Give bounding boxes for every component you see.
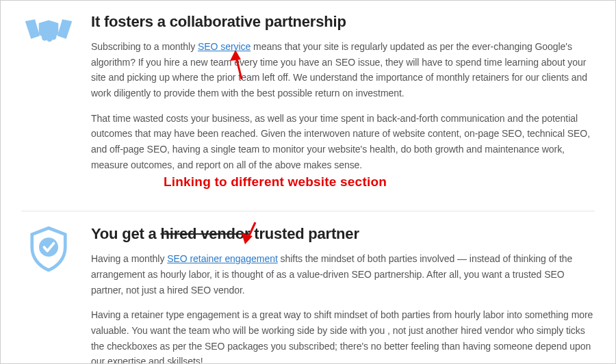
svg-point-9 bbox=[39, 238, 58, 257]
text-fragment: Having a monthly bbox=[91, 253, 167, 264]
annotation-label: Linking to different website section bbox=[164, 174, 387, 190]
svg-point-4 bbox=[51, 34, 57, 40]
text-fragment: Subscribing to a monthly bbox=[91, 41, 198, 52]
svg-marker-0 bbox=[25, 19, 40, 39]
section-heading: It fosters a collaborative partnership bbox=[91, 13, 595, 31]
section-paragraph: Subscribing to a monthly SEO service mea… bbox=[91, 39, 595, 101]
content-column: You get a hired vendor trusted partner H… bbox=[91, 225, 595, 364]
icon-column bbox=[21, 225, 76, 274]
seo-service-link[interactable]: SEO service bbox=[198, 41, 251, 52]
section-heading: You get a hired vendor trusted partner bbox=[91, 225, 595, 243]
shield-check-icon bbox=[29, 226, 68, 274]
seo-retainer-link[interactable]: SEO retainer engagement bbox=[167, 253, 278, 264]
section-divider bbox=[21, 211, 595, 211]
icon-column bbox=[21, 13, 76, 51]
section-collaborative: It fosters a collaborative partnership S… bbox=[21, 13, 595, 182]
handshake-icon bbox=[23, 14, 74, 51]
heading-fragment: trusted partner bbox=[250, 225, 359, 242]
section-paragraph: Having a monthly SEO retainer engagement… bbox=[91, 251, 595, 298]
heading-fragment: You get a bbox=[91, 225, 161, 242]
svg-marker-1 bbox=[57, 19, 72, 39]
heading-strike: hired vendor bbox=[161, 225, 251, 242]
section-trusted-partner: You get a hired vendor trusted partner H… bbox=[21, 225, 595, 364]
section-paragraph: Having a retainer type engagement is a g… bbox=[91, 307, 595, 364]
content-column: It fosters a collaborative partnership S… bbox=[91, 13, 595, 182]
svg-point-2 bbox=[42, 35, 48, 41]
section-paragraph: That time wasted costs your business, as… bbox=[91, 111, 595, 173]
